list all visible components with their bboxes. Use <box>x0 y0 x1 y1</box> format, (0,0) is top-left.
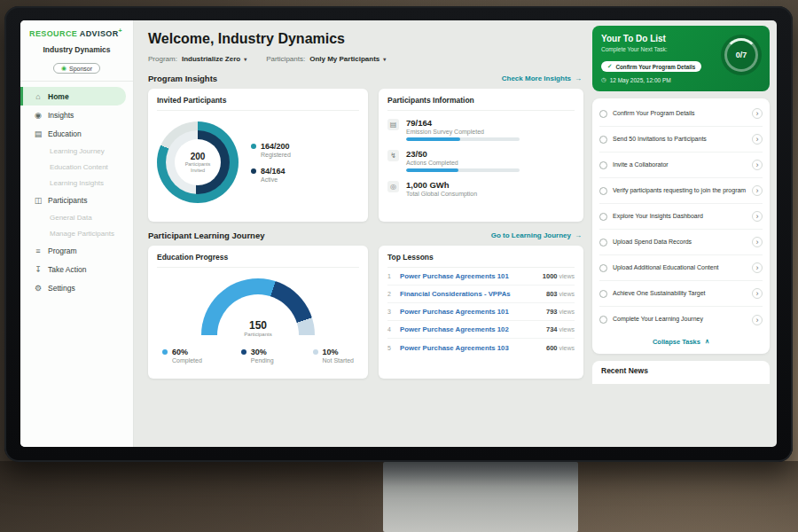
task-row[interactable]: Send 50 Invitations to Participants › <box>599 127 763 153</box>
check-more-insights-link[interactable]: Check More Insights → <box>502 74 582 82</box>
task-checkbox[interactable] <box>599 213 607 221</box>
todo-panel: 0/7 Your To Do List Complete Your Next T… <box>592 20 777 447</box>
home-icon: ⌂ <box>34 92 43 101</box>
sidebar-item-label: Settings <box>48 284 75 293</box>
legend-item-not-started: 10% Not Started <box>313 348 354 364</box>
task-checkbox[interactable] <box>599 316 607 324</box>
progress-fill <box>406 137 460 141</box>
chevron-right-icon[interactable]: › <box>752 134 763 145</box>
task-row[interactable]: Verify participants requesting to join t… <box>599 178 763 204</box>
download-icon: ↧ <box>34 265 43 274</box>
task-checkbox[interactable] <box>599 290 607 298</box>
sidebar-item-learning-insights[interactable]: Learning Insights <box>20 175 126 191</box>
task-row[interactable]: Confirm Your Program Details › <box>599 101 763 127</box>
lesson-rank: 5 <box>387 345 394 351</box>
sidebar-item-participants[interactable]: ◫ Participants <box>20 191 126 209</box>
lesson-rank: 4 <box>387 326 394 332</box>
pending-label: Pending <box>251 357 274 364</box>
sidebar-item-education[interactable]: ▤ Education <box>20 124 126 143</box>
sidebar-item-settings[interactable]: ⚙ Settings <box>20 278 126 297</box>
active-dot <box>251 168 256 174</box>
legend-item-completed: 60% Completed <box>162 348 202 364</box>
lesson-row[interactable]: 3 Power Purchase Agreements 101 793views <box>387 303 575 321</box>
chevron-right-icon[interactable]: › <box>752 262 763 273</box>
go-to-learning-journey-link[interactable]: Go to Learning Journey → <box>491 231 582 239</box>
top-lessons-card: Top Lessons 1 Power Purchase Agreements … <box>379 246 583 379</box>
sponsor-label: Sponsor <box>69 66 92 72</box>
invited-legend: 164/200 Registered 84/164 Active <box>251 142 291 183</box>
sidebar-item-education-content[interactable]: Education Content <box>20 159 126 175</box>
lesson-row[interactable]: 4 Power Purchase Agreements 102 734views <box>387 321 575 339</box>
lesson-views: 803views <box>546 290 575 298</box>
lesson-row[interactable]: 2 Financial Considerations - VPPAs 803vi… <box>387 286 575 303</box>
chevron-right-icon[interactable]: › <box>752 108 763 119</box>
sidebar-item-manage-participants[interactable]: Manage Participants <box>20 225 126 241</box>
app-logo: RESOURCE ADVISOR+ <box>20 27 133 43</box>
sidebar-item-insights[interactable]: ◉ Insights <box>20 106 126 124</box>
chevron-right-icon[interactable]: › <box>752 315 763 325</box>
task-row[interactable]: Explore Your Insights Dashboard › <box>599 204 763 230</box>
task-checkbox[interactable] <box>599 187 607 195</box>
chevron-right-icon[interactable]: › <box>752 237 763 247</box>
lesson-rank: 1 <box>387 273 394 279</box>
lesson-views: 793views <box>546 308 575 316</box>
education-progress-card: Education Progress 150 Participants <box>148 246 368 379</box>
sidebar-item-home[interactable]: ⌂ Home <box>20 87 126 106</box>
task-checkbox[interactable] <box>599 239 607 246</box>
task-checkbox[interactable] <box>599 264 607 272</box>
invited-donut-chart: 200 Participants Invited <box>157 121 239 203</box>
chevron-down-icon: ▾ <box>383 56 386 62</box>
progress-fill <box>406 168 458 172</box>
sidebar-item-general-data[interactable]: General Data <box>20 209 126 225</box>
sidebar-item-learning-journey[interactable]: Learning Journey <box>20 143 126 159</box>
task-row[interactable]: Invite a Collaborator › <box>599 153 763 178</box>
task-checkbox[interactable] <box>599 161 607 169</box>
sidebar-item-take-action[interactable]: ↧ Take Action <box>20 260 126 278</box>
progress-bar <box>406 137 520 141</box>
next-task-pill[interactable]: ✓ Confirm Your Program Details <box>601 61 701 72</box>
legend-item-registered: 164/200 Registered <box>251 142 291 158</box>
sponsor-badge[interactable]: ◉ Sponsor <box>53 63 100 74</box>
participants-filter-label: Participants: <box>266 55 305 63</box>
chevron-right-icon[interactable]: › <box>752 211 763 222</box>
task-row[interactable]: Upload Spend Data Records › <box>599 230 763 255</box>
chevron-right-icon[interactable]: › <box>752 288 763 299</box>
not-started-value: 10% <box>323 348 354 356</box>
lesson-link[interactable]: Power Purchase Agreements 103 <box>400 344 540 352</box>
program-select[interactable]: Industrialize Zero ▾ <box>182 55 246 63</box>
active-label: Active <box>261 176 286 183</box>
logo-plus: + <box>119 27 123 34</box>
lesson-list: 1 Power Purchase Agreements 101 1000view… <box>387 268 575 356</box>
task-checkbox[interactable] <box>599 110 607 118</box>
chevron-right-icon[interactable]: › <box>752 160 763 170</box>
main-content: Welcome, Industry Dynamics Program: Indu… <box>134 20 592 447</box>
sidebar-item-label: Learning Insights <box>50 179 104 187</box>
lesson-row[interactable]: 1 Power Purchase Agreements 101 1000view… <box>387 268 575 286</box>
sidebar-item-label: Home <box>48 92 69 101</box>
lesson-link[interactable]: Power Purchase Agreements 102 <box>400 325 540 333</box>
task-row[interactable]: Complete Your Learning Journey › <box>599 307 763 332</box>
collapse-tasks-button[interactable]: Collapse Tasks ∧ <box>599 332 763 350</box>
lesson-link[interactable]: Financial Considerations - VPPAs <box>400 290 540 298</box>
sidebar-item-program[interactable]: ≡ Program <box>20 241 126 260</box>
lesson-row[interactable]: 5 Power Purchase Agreements 103 600views <box>387 339 575 356</box>
sidebar-item-label: Participants <box>48 196 87 205</box>
stat-row-consumption: ◎ 1,000 GWh Total Global Consumption <box>387 180 575 200</box>
task-row[interactable]: Achieve One Sustainability Target › <box>599 281 763 307</box>
participants-select-value: Only My Participants <box>309 55 379 63</box>
next-task-label: Confirm Your Program Details <box>615 64 695 70</box>
participants-select[interactable]: Only My Participants ▾ <box>309 55 386 63</box>
task-checkbox[interactable] <box>599 136 607 144</box>
stat-row-actions: ↯ 23/50 Actions Completed <box>387 149 575 172</box>
lesson-link[interactable]: Power Purchase Agreements 101 <box>400 272 536 280</box>
task-row[interactable]: Upload Additional Educational Content › <box>599 255 763 281</box>
active-value: 84/164 <box>261 167 286 176</box>
lesson-link[interactable]: Power Purchase Agreements 101 <box>400 308 540 316</box>
filter-bar: Program: Industrialize Zero ▾ Participan… <box>148 55 583 63</box>
gauge-center-label: Participants <box>201 332 315 337</box>
invited-card-body: 200 Participants Invited 164/200 Registe <box>157 111 359 203</box>
actions-icon: ↯ <box>387 150 399 161</box>
chevron-right-icon[interactable]: › <box>752 185 763 196</box>
donut-center-label: Participants Invited <box>180 161 215 173</box>
recent-news-title: Recent News <box>601 366 761 375</box>
